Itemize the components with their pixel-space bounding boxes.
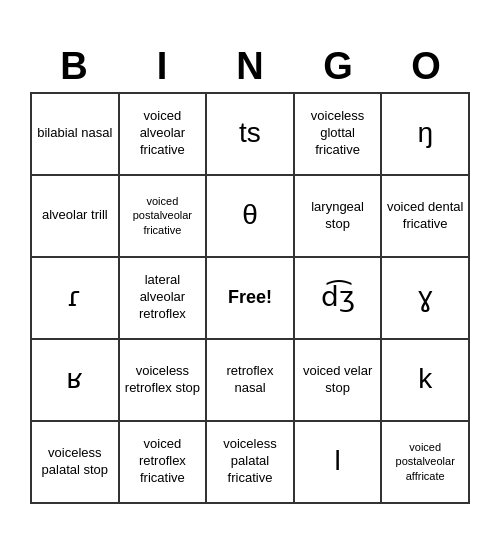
bingo-cell: voiceless glottal fricative — [295, 94, 383, 176]
header-letter: B — [30, 41, 118, 92]
bingo-cell: lateral alveolar retroflex — [120, 258, 208, 340]
bingo-cell: voiced postalveolar affricate — [382, 422, 470, 504]
bingo-grid: bilabial nasalvoiced alveolar fricativet… — [30, 92, 470, 504]
bingo-cell: ts — [207, 94, 295, 176]
bingo-cell: θ — [207, 176, 295, 258]
bingo-cell: laryngeal stop — [295, 176, 383, 258]
bingo-cell: k — [382, 340, 470, 422]
bingo-cell: ɣ — [382, 258, 470, 340]
header-letter: N — [206, 41, 294, 92]
bingo-cell: ŋ — [382, 94, 470, 176]
bingo-cell: voiced alveolar fricative — [120, 94, 208, 176]
header-letter: I — [118, 41, 206, 92]
bingo-header: BINGO — [30, 41, 470, 92]
bingo-cell: ɾ — [32, 258, 120, 340]
bingo-cell: retroflex nasal — [207, 340, 295, 422]
bingo-cell: voiced velar stop — [295, 340, 383, 422]
bingo-cell: voiced postalveolar fricative — [120, 176, 208, 258]
bingo-cell: voiceless palatal fricative — [207, 422, 295, 504]
bingo-cell: ʁ — [32, 340, 120, 422]
bingo-cell: voiced retroflex fricative — [120, 422, 208, 504]
bingo-cell: l — [295, 422, 383, 504]
bingo-card: BINGO bilabial nasalvoiced alveolar fric… — [20, 31, 480, 514]
bingo-cell: voiceless palatal stop — [32, 422, 120, 504]
bingo-cell: bilabial nasal — [32, 94, 120, 176]
bingo-cell: Free! — [207, 258, 295, 340]
bingo-cell: voiceless retroflex stop — [120, 340, 208, 422]
bingo-cell: d͡ʒ — [295, 258, 383, 340]
header-letter: G — [294, 41, 382, 92]
header-letter: O — [382, 41, 470, 92]
bingo-cell: voiced dental fricative — [382, 176, 470, 258]
bingo-cell: alveolar trill — [32, 176, 120, 258]
